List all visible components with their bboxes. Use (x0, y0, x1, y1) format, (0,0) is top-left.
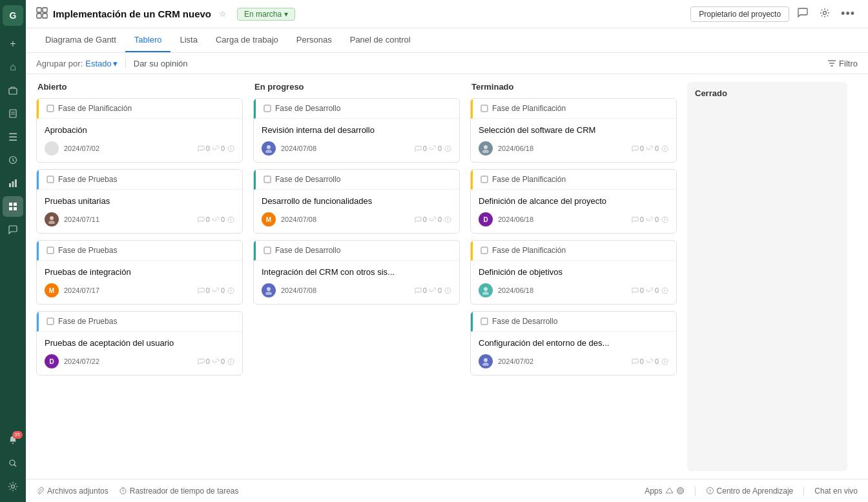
svg-line-6 (13, 161, 14, 162)
group-by-value[interactable]: Estado ▾ (85, 59, 117, 68)
chat-action-icon[interactable] (794, 5, 811, 24)
card-date: 2024/07/11 (64, 216, 99, 223)
card-footer: D 2024/06/18 0 0 (479, 212, 668, 226)
board: Abierto Fase de Planificación Aprobación… (26, 74, 868, 479)
settings-action-icon[interactable] (816, 5, 833, 24)
card-phase: Fase de Desarrollo (254, 99, 459, 119)
attachments-button[interactable]: Archivos adjuntos (36, 487, 108, 496)
tab-personas[interactable]: Personas (287, 28, 341, 52)
card-revision-interna[interactable]: Fase de Desarrollo Revisión interna del … (253, 98, 460, 163)
chevron-down-icon: ▾ (113, 59, 118, 68)
cards-terminado: Fase de Planificación Selección del soft… (470, 98, 677, 471)
briefcase-icon[interactable] (3, 80, 23, 101)
chat-icon[interactable] (3, 219, 23, 240)
avatar (479, 354, 493, 368)
card-date: 2024/07/08 (281, 216, 316, 223)
card-phase: Fase de Planificación (471, 170, 676, 190)
tab-carga[interactable]: Carga de trabajo (207, 28, 287, 52)
card-pruebas-unitarias[interactable]: Fase de Pruebas Pruebas unitarias 2024/0… (36, 169, 243, 234)
search-icon[interactable] (3, 453, 23, 474)
card-body: Integración del CRM con otros sis... 202… (254, 261, 459, 304)
svg-point-87 (710, 492, 710, 493)
card-desarrollo-funcionalidades[interactable]: Fase de Desarrollo Desarrollo de funcion… (253, 169, 460, 234)
svg-point-34 (231, 217, 231, 218)
nav-tabs: Diagrama de Gantt Tablero Lista Carga de… (26, 28, 868, 53)
svg-point-55 (265, 292, 272, 295)
svg-point-80 (665, 359, 665, 360)
card-phase: Fase de Pruebas (37, 170, 242, 190)
comment-stat: 0 (198, 286, 210, 294)
svg-rect-13 (14, 207, 17, 210)
card-body: Pruebas de aceptación del usuario D 2024… (37, 332, 242, 375)
card-definicion-alcance[interactable]: Fase de Planificación Definición de alca… (470, 169, 677, 234)
card-definicion-objetivos[interactable]: Fase de Planificación Definición de obje… (470, 240, 677, 305)
svg-point-77 (482, 363, 489, 366)
card-seleccion-software[interactable]: Fase de Planificación Selección del soft… (470, 98, 677, 163)
tab-panel[interactable]: Panel de control (341, 28, 420, 52)
chart-icon[interactable] (3, 173, 23, 194)
card-title: Revisión interna del desarrollo (262, 125, 451, 135)
card-phase: Fase de Desarrollo (471, 312, 676, 332)
svg-rect-29 (47, 176, 54, 183)
owner-button[interactable]: Propietario del proyecto (690, 6, 789, 22)
svg-rect-53 (264, 247, 271, 254)
clock-icon[interactable] (3, 150, 23, 170)
logo-icon[interactable]: G (3, 5, 23, 26)
svg-point-54 (267, 287, 271, 291)
svg-rect-18 (43, 8, 47, 12)
card-phase: Fase de Desarrollo (254, 170, 459, 190)
sidebar: G + ⌂ ☰ 35 (0, 0, 26, 502)
card-title: Pruebas unitarias (45, 196, 234, 206)
svg-point-84 (677, 488, 683, 494)
svg-rect-49 (264, 176, 271, 183)
card-body: Desarrollo de funcionalidades M 2024/07/… (254, 190, 459, 233)
group-by-label: Agrupar por: (36, 59, 83, 68)
tab-lista[interactable]: Lista (170, 28, 206, 52)
card-stats: 0 0 (198, 145, 234, 152)
svg-point-60 (484, 145, 488, 149)
menu-icon[interactable]: ☰ (3, 126, 23, 147)
bell-icon[interactable]: 35 (3, 430, 23, 450)
toolbar-divider (125, 58, 126, 68)
card-footer: M 2024/07/08 0 0 (262, 212, 451, 226)
svg-marker-83 (666, 488, 673, 493)
tab-gantt[interactable]: Diagrama de Gantt (36, 28, 125, 52)
status-badge[interactable]: En marcha ▾ (237, 8, 295, 21)
card-stats: 0 0 (632, 145, 668, 152)
filter-button[interactable]: Filtro (827, 59, 858, 68)
grid-icon[interactable] (3, 196, 23, 217)
card-body: Pruebas unitarias 2024/07/11 0 (37, 190, 242, 233)
card-pruebas-integracion[interactable]: Fase de Pruebas Pruebas de integración M… (36, 240, 243, 305)
svg-rect-65 (481, 176, 488, 183)
card-body: Aprobación 2024/07/02 0 (37, 119, 242, 162)
file-icon[interactable] (3, 103, 23, 124)
bottom-bar: Archivos adjuntos Rastreador de tiempo d… (26, 479, 868, 502)
apps-button[interactable]: Apps (645, 487, 684, 496)
card-date: 2024/06/18 (498, 145, 533, 152)
info-stat (227, 287, 234, 294)
home-icon[interactable]: ⌂ (3, 57, 23, 77)
column-header-cerrado: Cerrado (687, 82, 847, 105)
more-icon[interactable]: ••• (838, 5, 858, 23)
card-footer: D 2024/07/22 0 0 (45, 354, 234, 368)
svg-rect-11 (14, 203, 17, 206)
card-pruebas-aceptacion[interactable]: Fase de Pruebas Pruebas de aceptación de… (36, 311, 243, 376)
chat-live-button[interactable]: Chat en vivo (814, 487, 858, 496)
star-icon[interactable]: ☆ (219, 9, 227, 19)
settings-icon[interactable] (3, 476, 23, 497)
tab-tablero[interactable]: Tablero (125, 28, 171, 52)
svg-point-74 (665, 288, 665, 289)
svg-rect-17 (37, 8, 41, 12)
learning-button[interactable]: Centro de Aprendizaje (706, 487, 794, 496)
card-aprobacion[interactable]: Fase de Planificación Aprobación 2024/07… (36, 98, 243, 163)
feedback-button[interactable]: Dar su opinión (134, 59, 188, 68)
card-configuracion-entorno[interactable]: Fase de Desarrollo Configuración del ent… (470, 311, 677, 376)
svg-rect-59 (481, 105, 488, 112)
card-footer: M 2024/07/17 0 0 (45, 283, 234, 297)
card-integracion-crm[interactable]: Fase de Desarrollo Integración del CRM c… (253, 240, 460, 305)
card-title: Aprobación (45, 125, 234, 135)
time-tracker-button[interactable]: Rastreador de tiempo de tareas (119, 487, 239, 496)
add-icon[interactable]: + (3, 34, 23, 54)
card-date: 2024/06/18 (498, 216, 533, 223)
card-footer: 2024/06/18 0 0 (479, 141, 668, 156)
